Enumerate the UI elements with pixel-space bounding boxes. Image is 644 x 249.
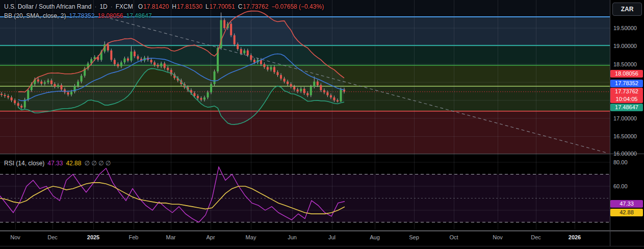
candle-body [333,97,335,101]
candle-body [123,58,125,62]
rsi-value: 47.33 [47,160,63,167]
candle-body [137,56,139,59]
candle-body [7,96,9,97]
candle-body [157,65,159,66]
rsi-empty-slots: ∅ ∅ ∅ ∅ [84,160,111,167]
bb-legend: BB (20, SMA, close, 2) 17.78352 18.08056… [4,12,152,19]
candle-body [47,81,49,83]
candle-body [317,82,319,85]
time-tick-month: Oct [449,234,458,240]
candle-body [210,84,212,92]
candle-body [203,97,205,99]
trading-chart-app: U.S. Dollar / South African Rand · 1D · … [0,0,644,249]
candle-body [300,89,302,91]
candle-body [77,82,79,86]
time-tick-year: 2026 [569,234,581,240]
ohlc-open: O17.81420 [138,3,169,10]
legend-separator: · [111,3,113,10]
price-zone [0,111,610,154]
candle-body [277,72,279,75]
candle-body [250,55,252,60]
candle-body [337,101,339,102]
price-tick: 16.50000 [613,133,643,139]
candle-body [107,44,109,51]
symbol-title[interactable]: U.S. Dollar / South African Rand [4,3,91,10]
price-badge: 17.7376210:04:05 [610,88,643,103]
candle-body [340,89,342,101]
candle-body [50,81,53,84]
candle-body [130,52,132,61]
candle-body [11,97,13,101]
candle-body [60,85,62,89]
candle-body [207,92,209,97]
bb-title[interactable]: BB (20, SMA, close, 2) [4,12,66,19]
candle-body [287,82,289,84]
rsi-title[interactable]: RSI (14, close) [4,160,44,167]
price-tick: 19.50000 [613,25,643,31]
candle-body [214,71,216,84]
candle-body [44,82,46,84]
exchange-label[interactable]: FXCM [116,3,133,10]
candle-body [117,64,119,66]
price-tick: 19.00000 [613,43,643,49]
candle-body [293,87,295,90]
rsi-badge: 47.33 [610,200,643,208]
candle-body [247,51,249,55]
candle-body [14,101,16,104]
bb-upper-value: 18.08056 [97,12,123,19]
candle-body [273,67,275,72]
rsi-tick: 60.00 [613,183,643,189]
candle-body [153,62,156,65]
candle-body [134,52,136,56]
candle-body [284,79,286,82]
rsi-badge: 42.88 [610,209,643,216]
rsi-ma-value: 42.88 [66,160,81,167]
time-tick-month: Aug [370,234,380,240]
time-tick-month: May [246,234,256,240]
time-tick-month: Dec [531,234,541,240]
candle-body [70,92,72,95]
candle-body [280,75,282,79]
candle-body [200,98,202,99]
candle-body [330,95,332,97]
candle-body [150,60,152,62]
candle-body [303,89,305,93]
time-tick-month: Mar [166,234,176,240]
price-tick: 18.50000 [613,61,643,67]
time-tick-month: Feb [129,234,139,240]
candle-body [223,20,225,28]
legend-separator: · [94,3,96,10]
candle-body [313,82,315,87]
price-tick: 17.00000 [613,115,643,121]
time-tick-month: Jul [328,234,336,240]
candle-body [127,58,129,60]
price-badge: 17.48647 [610,104,643,111]
time-tick-month: Nov [493,234,503,240]
candle-body [323,90,325,92]
currency-toggle-button[interactable]: ZAR [612,3,642,16]
time-tick-month: Nov [10,234,20,240]
candle-body [167,68,169,70]
rsi-tick: 80.00 [613,159,643,165]
interval-label[interactable]: 1D [99,3,107,10]
price-tick: 16.00000 [613,151,643,157]
candle-body [253,60,255,62]
candle-body [1,94,3,95]
time-tick-month: Sep [409,234,419,240]
candle-body [40,82,42,84]
candle-body [120,62,122,66]
ohlc-low: L17.70051 [205,3,235,10]
candle-body [237,44,239,49]
candle-body [310,87,312,95]
chart-canvas[interactable] [0,0,644,249]
rsi-legend: RSI (14, close) 47.33 42.88 ∅ ∅ ∅ ∅ [4,160,111,167]
candle-body [67,92,69,94]
candle-body [20,106,22,108]
time-tick-month: Dec [47,234,58,240]
candle-body [164,63,166,67]
candle-body [267,67,269,69]
price-badge: 18.08056 [610,70,643,78]
symbol-legend: U.S. Dollar / South African Rand · 1D · … [4,3,324,10]
candle-body [37,80,39,82]
candle-body [240,49,242,53]
